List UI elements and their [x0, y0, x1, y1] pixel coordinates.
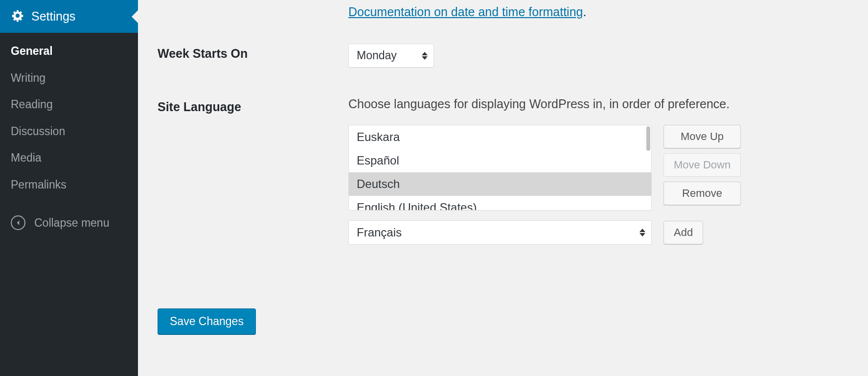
sidebar-item-permalinks[interactable]: Permalinks — [0, 171, 138, 198]
select-arrows-icon — [422, 52, 428, 60]
language-option[interactable]: Español — [349, 149, 651, 172]
remove-button[interactable]: Remove — [663, 182, 741, 205]
sidebar-title: Settings — [31, 9, 75, 24]
sidebar-items: General Writing Reading Discussion Media… — [0, 33, 138, 203]
site-language-label: Site Language — [158, 97, 348, 114]
language-option[interactable]: Euskara — [349, 125, 651, 149]
documentation-link[interactable]: Documentation on date and time formattin… — [348, 5, 583, 19]
sidebar-item-media[interactable]: Media — [0, 144, 138, 171]
site-language-row: Site Language Choose languages for displ… — [158, 97, 848, 245]
save-changes-button[interactable]: Save Changes — [158, 308, 256, 334]
add-language-value: Français — [357, 226, 402, 239]
sidebar-item-discussion[interactable]: Discussion — [0, 118, 138, 145]
doc-period: . — [583, 5, 586, 19]
language-listbox[interactable]: Euskara Español Deutsch English (United … — [348, 125, 652, 211]
sidebar-item-reading[interactable]: Reading — [0, 91, 138, 118]
week-starts-row: Week Starts On Monday — [158, 44, 848, 68]
add-button[interactable]: Add — [663, 221, 703, 244]
move-down-button: Move Down — [663, 153, 741, 177]
week-starts-label: Week Starts On — [158, 44, 348, 61]
add-language-select[interactable]: Français — [348, 220, 652, 245]
sidebar-header-settings[interactable]: Settings — [0, 0, 138, 33]
site-language-description: Choose languages for displaying WordPres… — [348, 97, 848, 111]
collapse-label: Collapse menu — [34, 216, 109, 230]
week-starts-value: Monday — [357, 49, 397, 62]
select-arrows-icon — [640, 229, 645, 236]
move-up-button[interactable]: Move Up — [663, 125, 741, 148]
collapse-icon — [11, 215, 25, 230]
language-option[interactable]: English (United States) — [349, 196, 651, 211]
settings-icon — [11, 9, 24, 24]
week-starts-select[interactable]: Monday — [348, 44, 434, 68]
content: Documentation on date and time formattin… — [138, 0, 868, 376]
sidebar: Settings General Writing Reading Discuss… — [0, 0, 138, 376]
sidebar-item-writing[interactable]: Writing — [0, 65, 138, 92]
language-option-selected[interactable]: Deutsch — [349, 172, 651, 196]
scrollbar[interactable] — [646, 126, 650, 151]
sidebar-item-general[interactable]: General — [0, 38, 138, 65]
collapse-menu[interactable]: Collapse menu — [0, 207, 138, 239]
doc-link-row: Documentation on date and time formattin… — [348, 5, 848, 19]
